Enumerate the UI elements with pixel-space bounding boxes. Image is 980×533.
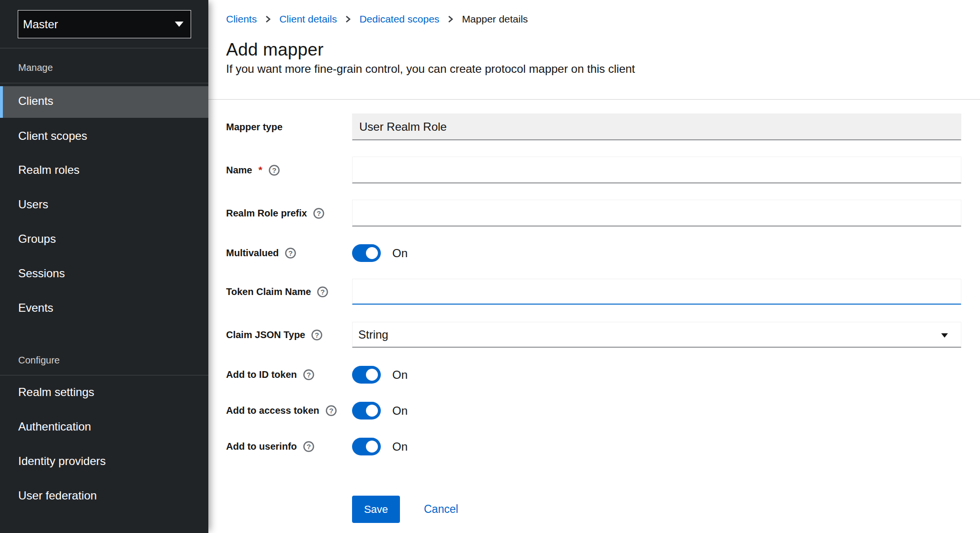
svg-text:?: ? xyxy=(288,249,293,257)
svg-text:?: ? xyxy=(307,442,311,451)
svg-text:?: ? xyxy=(315,330,319,339)
svg-text:?: ? xyxy=(320,287,325,295)
svg-text:?: ? xyxy=(317,209,321,217)
svg-text:?: ? xyxy=(307,371,311,379)
svg-text:?: ? xyxy=(272,166,276,174)
svg-text:?: ? xyxy=(329,407,333,415)
